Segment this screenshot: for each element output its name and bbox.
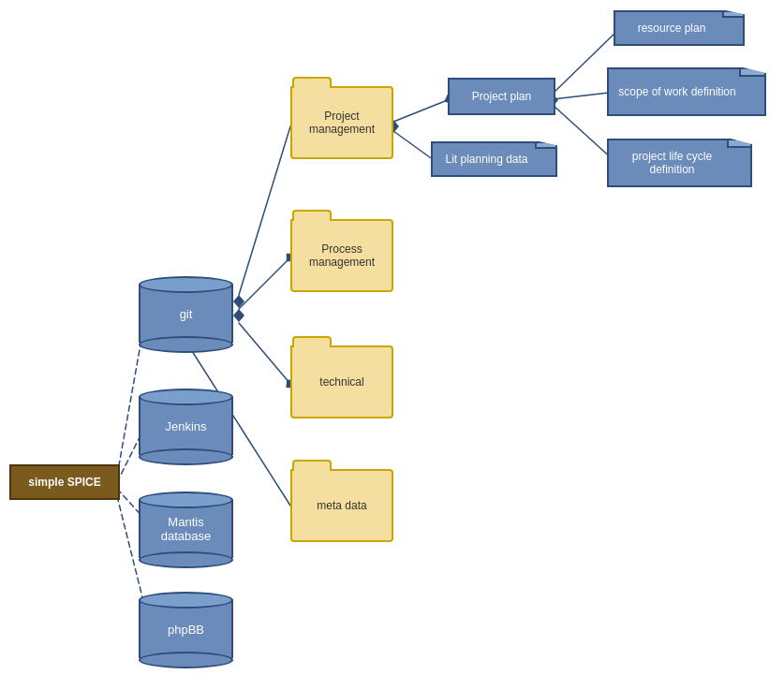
simple-spice-node: simple SPICE: [9, 464, 120, 500]
line-git-proc: [239, 257, 290, 309]
metadata-body: meta data: [290, 469, 393, 542]
line-pm-pp: [393, 99, 450, 122]
line-pp-plc: [553, 105, 614, 160]
lit-planning-node: Lit planning data: [431, 141, 557, 177]
technical-label: technical: [319, 375, 363, 389]
folder-tab-proc: [292, 210, 332, 221]
metadata-folder: meta data: [286, 465, 398, 545]
mantis-cyl-bottom: [139, 551, 233, 568]
line-git-pm: [239, 126, 290, 295]
project-management-folder: Project management: [286, 82, 398, 162]
folder-tab-tech: [292, 336, 332, 347]
resource-plan-node: resource plan: [614, 10, 745, 46]
mantis-cylinder: Mantis database: [139, 492, 237, 568]
git-cyl-top: [139, 276, 233, 293]
jenkins-label: Jenkins: [165, 419, 206, 433]
project-management-body: Project management: [290, 86, 393, 159]
metadata-label: meta data: [317, 499, 366, 512]
mantis-label: Mantis database: [161, 515, 212, 543]
scope-of-work-label: scope of work definition: [618, 85, 754, 98]
project-lifecycle-node: project life cycle definition: [607, 139, 752, 187]
project-plan-label: Project plan: [472, 90, 531, 103]
mantis-cyl-top: [139, 492, 233, 508]
project-lifecycle-label: project life cycle definition: [632, 150, 727, 176]
folder-tab-meta: [292, 460, 332, 471]
jenkins-cyl-top: [139, 389, 233, 405]
phpbb-label: phpBB: [168, 623, 204, 637]
project-management-label: Project management: [309, 110, 375, 136]
technical-body: technical: [290, 345, 393, 418]
git-cyl-bottom: [139, 336, 233, 353]
lit-planning-label: Lit planning data: [445, 153, 542, 166]
process-management-body: Process management: [290, 219, 393, 292]
resource-plan-label: resource plan: [638, 22, 721, 35]
line-git-tech: [239, 323, 290, 384]
line-pp-sow: [553, 93, 609, 99]
process-management-label: Process management: [309, 242, 375, 269]
git-cyl-body: git: [139, 285, 233, 343]
technical-folder: technical: [286, 342, 398, 421]
git-cylinder: git: [139, 276, 237, 353]
jenkins-cylinder: Jenkins: [139, 389, 237, 465]
phpbb-cyl-body: phpBB: [139, 600, 233, 658]
simple-spice-label: simple SPICE: [28, 476, 100, 489]
phpbb-cyl-top: [139, 592, 233, 609]
jenkins-cyl-body: Jenkins: [139, 397, 233, 455]
folder-tab-pm: [292, 77, 332, 88]
git-label: git: [180, 307, 193, 321]
project-plan-node: Project plan: [448, 78, 555, 115]
process-management-folder: Process management: [286, 215, 398, 295]
line-pm-lpd: [393, 131, 434, 160]
mantis-cyl-body: Mantis database: [139, 500, 233, 558]
phpbb-cylinder: phpBB: [139, 592, 237, 668]
phpbb-cyl-bottom: [139, 652, 233, 668]
scope-of-work-node: scope of work definition: [607, 67, 766, 116]
jenkins-cyl-bottom: [139, 448, 233, 465]
